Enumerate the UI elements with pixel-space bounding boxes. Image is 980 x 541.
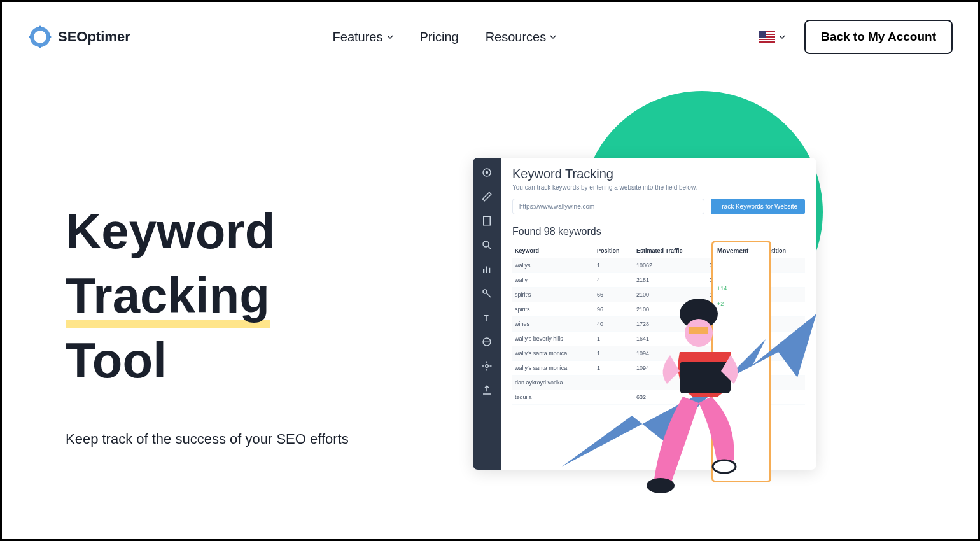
svg-point-24 [647, 478, 675, 493]
header: SEOptimer Features Pricing Resources Bac… [2, 2, 978, 72]
chevron-down-icon [550, 34, 556, 40]
cell-keyword: wallys [512, 258, 594, 273]
key-icon[interactable] [481, 288, 493, 299]
svg-rect-4 [759, 40, 775, 41]
nav: Features Pricing Resources [333, 30, 557, 45]
svg-point-7 [486, 171, 489, 174]
svg-point-9 [483, 241, 489, 247]
header-right: Back to My Account [759, 20, 953, 54]
page-subtitle: Keep track of the success of your SEO ef… [66, 431, 422, 447]
nav-features[interactable]: Features [333, 30, 393, 45]
nav-pricing-label: Pricing [420, 30, 459, 45]
upload-icon[interactable] [481, 384, 493, 396]
chevron-down-icon [779, 34, 785, 40]
language-selector[interactable] [759, 31, 785, 43]
svg-line-15 [486, 293, 491, 297]
document-icon[interactable] [481, 215, 493, 227]
hero-visual: T Keyword Tracking You can track keyword… [460, 110, 914, 447]
back-to-account-button[interactable]: Back to My Account [804, 20, 953, 54]
hero-text: Keyword Tracking Tool Keep track of the … [66, 110, 422, 447]
page-title: Keyword Tracking Tool [66, 199, 422, 393]
cell-traffic: 10062 [634, 258, 707, 273]
main: Keyword Tracking Tool Keep track of the … [2, 72, 978, 447]
cell-traffic: 2181 [634, 273, 707, 288]
cell-position: 1 [594, 258, 634, 273]
nav-resources[interactable]: Resources [486, 30, 557, 45]
svg-point-14 [483, 290, 487, 293]
svg-rect-3 [759, 38, 775, 39]
title-line3: Tool [66, 332, 167, 388]
svg-rect-23 [680, 362, 731, 393]
cell-keyword: wally [512, 273, 594, 288]
svg-rect-5 [759, 31, 766, 38]
chart-icon[interactable] [481, 263, 493, 275]
panel-title: Keyword Tracking [512, 167, 805, 181]
track-keywords-button[interactable]: Track Keywords for Website [711, 199, 805, 214]
font-icon[interactable]: T [481, 312, 493, 323]
svg-text:T: T [484, 314, 489, 323]
panel-sidebar: T [473, 158, 501, 470]
th-position[interactable]: Position [594, 244, 634, 258]
movement-header: Movement [717, 248, 766, 255]
settings-icon[interactable] [481, 360, 493, 372]
cell-position: 4 [594, 273, 634, 288]
svg-rect-13 [489, 268, 490, 273]
chevron-down-icon [387, 34, 393, 40]
logo[interactable]: SEOptimer [27, 24, 130, 50]
svg-point-25 [713, 460, 736, 473]
svg-rect-12 [486, 267, 487, 274]
svg-rect-8 [484, 216, 491, 225]
logo-text: SEOptimer [58, 29, 130, 45]
movement-value-1: +14 [717, 285, 766, 292]
panel-subtitle: You can track keywords by entering a web… [512, 184, 805, 191]
title-line1: Keyword [66, 203, 275, 259]
us-flag-icon [759, 31, 775, 43]
th-traffic[interactable]: Estimated Traffic [634, 244, 707, 258]
nav-resources-label: Resources [486, 30, 547, 45]
edit-icon[interactable] [481, 191, 493, 202]
website-url-input[interactable] [512, 199, 704, 214]
search-icon[interactable] [481, 239, 493, 251]
svg-rect-22 [689, 327, 708, 334]
svg-line-10 [488, 246, 491, 249]
person-illustration [635, 295, 781, 517]
th-keyword[interactable]: Keyword [512, 244, 594, 258]
input-row: Track Keywords for Website [512, 199, 805, 214]
nav-pricing[interactable]: Pricing [420, 30, 459, 45]
svg-point-19 [486, 365, 489, 368]
gear-icon[interactable] [481, 167, 493, 178]
globe-icon[interactable] [481, 336, 493, 348]
found-keywords-label: Found 98 keywords [512, 226, 805, 237]
svg-rect-11 [483, 269, 484, 273]
logo-icon [27, 24, 53, 50]
nav-features-label: Features [333, 30, 383, 45]
title-line2: Tracking [66, 263, 270, 328]
